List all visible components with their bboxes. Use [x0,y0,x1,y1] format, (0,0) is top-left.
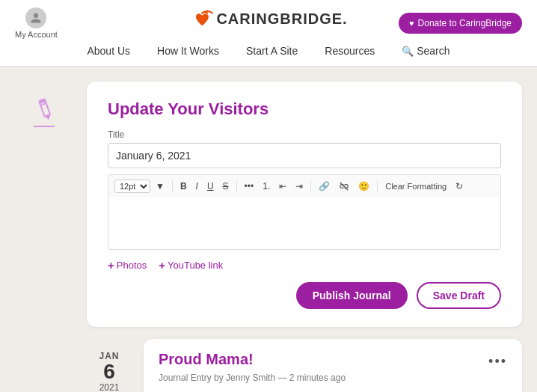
nav: About Us How It Works Start A Site Resou… [15,42,522,66]
toolbar-bold[interactable]: B [177,179,191,194]
title-input[interactable] [108,143,501,168]
media-row: Photos YouTube link [108,259,501,272]
editor-heading: Update Your Visitors [108,99,501,119]
main: Update Your Visitors Title 12pt 14pt 16p… [0,67,537,392]
toolbar-divider-3 [310,180,311,192]
toolbar-strikethrough[interactable]: S [219,179,233,194]
toolbar-italic[interactable]: I [192,179,202,194]
content: Update Your Visitors Title 12pt 14pt 16p… [87,82,522,392]
edit-icon-container [34,97,56,127]
donate-button[interactable]: Donate to CaringBridge [399,13,522,34]
nav-item-resources[interactable]: Resources [311,42,388,60]
toolbar-unlink[interactable] [335,179,353,194]
nav-item-how-it-works[interactable]: How It Works [144,42,233,60]
toolbar-emoji[interactable]: 🙂 [355,179,373,194]
post-title: Proud Mama! [159,351,254,368]
logo-icon [189,6,215,31]
pencil-underline [34,126,55,127]
post-section: JAN 6 2021 Proud Mama! ••• Journal Entry… [87,339,522,392]
more-options-button[interactable]: ••• [488,354,507,370]
pencil-icon [34,97,56,120]
nav-item-about-us[interactable]: About Us [73,42,144,60]
avatar [25,7,46,28]
toolbar-link[interactable]: 🔗 [315,179,334,194]
logo-text: CARINGBRIDGE. [216,10,347,28]
nav-item-start-a-site[interactable]: Start A Site [233,42,311,60]
editor-card: Update Your Visitors Title 12pt 14pt 16p… [87,82,522,327]
add-youtube-button[interactable]: YouTube link [159,259,223,272]
search-icon: 🔍 [402,46,414,57]
title-label: Title [108,129,501,140]
toolbar-underline[interactable]: U [203,179,218,194]
editor-toolbar: 12pt 14pt 16pt ▼ B I U S ••• 1​. ⇤ ⇥ 🔗 [108,174,501,197]
toolbar-unordered-list[interactable]: ••• [241,179,258,194]
editor-body[interactable] [108,197,501,250]
header-top: My Account CARINGBRIDGE. Donate to Carin… [15,0,522,42]
post-date-day: 6 [87,361,132,382]
post-meta: Journal Entry by Jenny Smith — 2 minutes… [159,373,507,383]
toolbar-divider-4 [377,180,378,192]
publish-journal-button[interactable]: Publish Journal [296,282,408,309]
toolbar-indent-more[interactable]: ⇥ [292,179,307,194]
post-date-year: 2021 [87,382,132,392]
logo[interactable]: CARINGBRIDGE. [189,6,347,31]
svg-line-3 [40,103,46,105]
nav-item-search[interactable]: 🔍 Search [388,42,463,60]
action-row: Publish Journal Save Draft [108,282,501,309]
toolbar-ordered-list[interactable]: 1​. [259,179,274,194]
toolbar-undo[interactable]: ↻ [452,179,467,194]
toolbar-divider-2 [236,180,237,192]
date-sidebar: JAN 6 2021 [87,351,132,392]
toolbar-clear-formatting[interactable]: Clear Formatting [381,180,450,193]
add-photos-button[interactable]: Photos [108,259,147,272]
header: My Account CARINGBRIDGE. Donate to Carin… [0,0,537,67]
toolbar-divider-1 [172,180,173,192]
sidebar [15,82,75,392]
my-account[interactable]: My Account [15,7,58,39]
toolbar-chevron-down[interactable]: ▼ [152,179,168,194]
svg-line-4 [340,183,349,191]
save-draft-button[interactable]: Save Draft [417,282,501,309]
post-card: Proud Mama! ••• Journal Entry by Jenny S… [144,339,522,392]
font-size-select[interactable]: 12pt 14pt 16pt [114,180,150,193]
post-card-header: Proud Mama! ••• [159,351,507,370]
my-account-label: My Account [15,30,58,39]
toolbar-indent-less[interactable]: ⇤ [275,179,290,194]
